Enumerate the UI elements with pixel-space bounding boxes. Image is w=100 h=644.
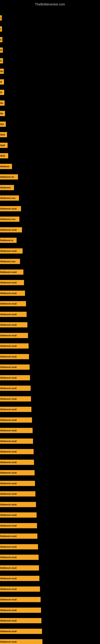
bar-row: Bottleneck result bbox=[0, 428, 100, 433]
bar-row: Bottleneck result bbox=[0, 491, 100, 497]
bar-fill: Bottleneck result bbox=[0, 618, 41, 623]
bar-label: Bottleneck result bbox=[0, 303, 17, 305]
bar-row: Bottleneck result bbox=[0, 480, 100, 486]
bar-label: Bottleneck resu bbox=[0, 218, 15, 220]
bar-row: Bottleneck result bbox=[0, 396, 100, 402]
bar-label: Bottleneck resu bbox=[0, 260, 15, 263]
bar-fill: Bottl bbox=[0, 153, 8, 158]
bar-row: Bo bbox=[0, 100, 100, 106]
bar-fill: Bottleneck result bbox=[0, 449, 34, 454]
bar-fill: Bottleneck result bbox=[0, 586, 40, 592]
bar-label: B bbox=[0, 81, 2, 83]
bar-label: Bottleneck result bbox=[0, 556, 17, 558]
bar-fill: B bbox=[0, 90, 4, 95]
bar-row: Bottleneck result bbox=[0, 206, 100, 212]
bar-label: Bottleneck result bbox=[0, 377, 17, 379]
bar-row: Bottleneck result bbox=[0, 554, 100, 560]
bar-row: Bottleneck result bbox=[0, 607, 100, 613]
bar-fill: Bo bbox=[0, 100, 4, 106]
bar-fill: Bottleneck result bbox=[0, 270, 23, 275]
bar-row: Bot bbox=[0, 121, 100, 127]
bar-row: Bottleneck result bbox=[0, 322, 100, 328]
bar-fill: E bbox=[0, 37, 2, 42]
bar-row: Bottleneck result bbox=[0, 417, 100, 423]
bar-row: Bottleneck result bbox=[0, 628, 100, 634]
bar-label: Bottleneck result bbox=[0, 208, 17, 210]
bar-row: Bottleneck result bbox=[0, 364, 100, 370]
bar-fill: Bottleneck result bbox=[0, 523, 37, 528]
bar-row: E bbox=[0, 58, 100, 64]
bar-fill: Bottleneck result bbox=[0, 534, 37, 539]
bar-label: Bottleneck result bbox=[0, 324, 17, 326]
bar-row: Bo bbox=[0, 111, 100, 116]
bar-label: Bottleneck result bbox=[0, 598, 17, 601]
bar-row: Bottleneck result bbox=[0, 565, 100, 571]
bar-label: Bo bbox=[0, 112, 3, 115]
bar-label: Bottleneck result bbox=[0, 345, 17, 347]
bar-fill: Bottleneck result bbox=[0, 491, 35, 496]
bar-label: Bottleneck result bbox=[0, 514, 17, 516]
bar-row: B bbox=[0, 47, 100, 53]
bar-row: Bottleneck result bbox=[0, 449, 100, 454]
bar-fill: | bbox=[0, 15, 2, 20]
bar-label: B bbox=[0, 49, 2, 51]
bar-label: Bottleneck result bbox=[0, 271, 17, 273]
bar-row: Bottleneck result bbox=[0, 312, 100, 317]
bar-label: Bottleneck result bbox=[0, 588, 17, 590]
bar-label: Bottleneck result bbox=[0, 387, 17, 390]
bar-row: B bbox=[0, 90, 100, 95]
bar-row: Bottleneck result bbox=[0, 502, 100, 507]
bar-fill: Bottleneck resu bbox=[0, 259, 20, 264]
bar-label: Bottleneck result bbox=[0, 419, 17, 421]
bar-label: Bot bbox=[0, 123, 4, 126]
bar-row: E bbox=[0, 37, 100, 42]
bar-row: Bottleneck result bbox=[0, 269, 100, 275]
bar-fill: Bottleneck result bbox=[0, 608, 41, 613]
bar-label: Bottleneck result bbox=[0, 525, 17, 527]
bar-row: Bottleneck result bbox=[0, 406, 100, 412]
bar-fill: Bottleneck result bbox=[0, 512, 37, 518]
bar-label: Bottleneck resu bbox=[0, 197, 15, 199]
bar-label: Bottleneck result bbox=[0, 641, 17, 643]
bar-row: Bottl bbox=[0, 132, 100, 138]
bar-label: | bbox=[0, 28, 1, 30]
bar-fill: Bottleneck result bbox=[0, 301, 26, 306]
bar-label: Bo bbox=[0, 70, 3, 72]
bar-label: Bottleneck re bbox=[0, 239, 13, 242]
bar-row: Bottleneck resu bbox=[0, 216, 100, 222]
bar-fill: Bottleneck res bbox=[0, 174, 18, 180]
bar-row: Bottleneck result bbox=[0, 343, 100, 349]
bar-label: Bottl bbox=[0, 134, 5, 136]
bar-fill: Bottleneck result bbox=[0, 354, 29, 359]
bar-label: E bbox=[0, 39, 2, 41]
bar-row: Bottlenec bbox=[0, 164, 100, 169]
bar-fill: Bo bbox=[0, 69, 4, 74]
bar-label: Bottleneck result bbox=[0, 630, 17, 632]
bar-fill: Bottleneck result bbox=[0, 555, 39, 560]
bar-row: Bottleneck result bbox=[0, 438, 100, 444]
bar-fill: Bottleneck bbox=[0, 185, 14, 190]
bar-label: Bottleneck result bbox=[0, 250, 17, 252]
bar-row: Bottleneck result bbox=[0, 533, 100, 539]
bar-label: Bottleneck result bbox=[0, 535, 17, 537]
bar-row: Bottleneck result bbox=[0, 470, 100, 476]
site-title: TheBottlenecker.com bbox=[0, 1, 100, 8]
bar-fill: Bottleneck result bbox=[0, 290, 25, 296]
bar-fill: Bottleneck result bbox=[0, 248, 23, 254]
bar-row: Bottleneck result bbox=[0, 618, 100, 624]
bar-row: Bottleneck resu bbox=[0, 195, 100, 201]
bar-fill: Bottleneck result bbox=[0, 481, 35, 486]
bar-fill: Bottlenec bbox=[0, 164, 12, 169]
bar-label: Bottleneck result bbox=[0, 504, 17, 506]
bar-label: Bottl bbox=[0, 155, 5, 157]
bar-label: Bottleneck result bbox=[0, 356, 17, 358]
bar-row: | bbox=[0, 15, 100, 21]
bar-row: Bottleneck result bbox=[0, 460, 100, 465]
bar-fill: Bottleneck result bbox=[0, 343, 29, 348]
bar-row: B bbox=[0, 79, 100, 85]
bar-fill: | bbox=[0, 26, 2, 32]
bar-fill: Bottleneck result bbox=[0, 407, 31, 412]
bar-label: Bo bbox=[0, 102, 3, 104]
bar-label: Bottleneck bbox=[0, 186, 11, 189]
bar-fill: Bo bbox=[0, 111, 5, 116]
